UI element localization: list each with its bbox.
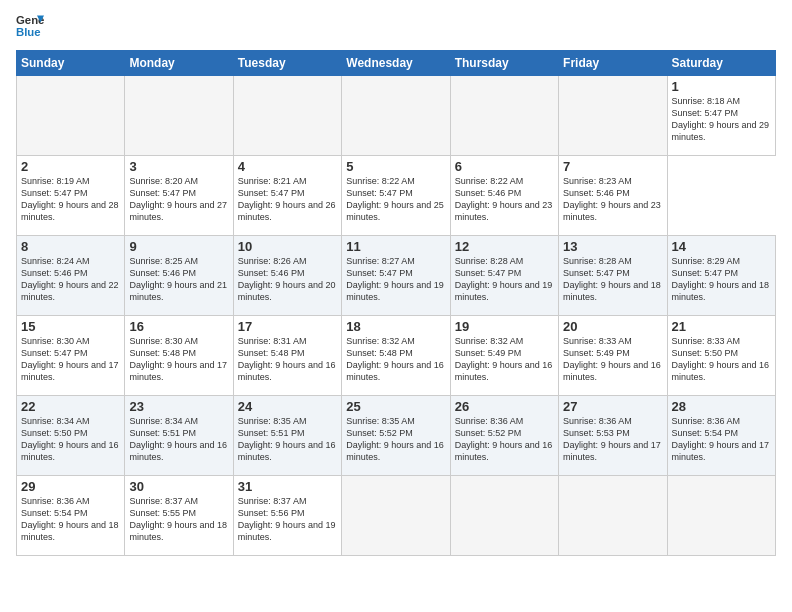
day-cell-21: 21Sunrise: 8:33 AM Sunset: 5:50 PM Dayli… [667,316,775,396]
logo: General Blue [16,12,48,40]
header-sunday: Sunday [17,51,125,76]
day-cell-27: 27Sunrise: 8:36 AM Sunset: 5:53 PM Dayli… [559,396,667,476]
day-cell-8: 8Sunrise: 8:24 AM Sunset: 5:46 PM Daylig… [17,236,125,316]
header-friday: Friday [559,51,667,76]
empty-cell [559,76,667,156]
empty-cell [667,476,775,556]
day-cell-12: 12Sunrise: 8:28 AM Sunset: 5:47 PM Dayli… [450,236,558,316]
header-tuesday: Tuesday [233,51,341,76]
day-cell-17: 17Sunrise: 8:31 AM Sunset: 5:48 PM Dayli… [233,316,341,396]
page-container: General Blue SundayMondayTuesdayWednesda… [0,0,792,568]
logo-icon: General Blue [16,12,44,40]
empty-cell [559,476,667,556]
day-cell-10: 10Sunrise: 8:26 AM Sunset: 5:46 PM Dayli… [233,236,341,316]
empty-cell [342,76,450,156]
day-cell-30: 30Sunrise: 8:37 AM Sunset: 5:55 PM Dayli… [125,476,233,556]
empty-cell [125,76,233,156]
day-cell-22: 22Sunrise: 8:34 AM Sunset: 5:50 PM Dayli… [17,396,125,476]
day-cell-2: 2Sunrise: 8:19 AM Sunset: 5:47 PM Daylig… [17,156,125,236]
day-cell-24: 24Sunrise: 8:35 AM Sunset: 5:51 PM Dayli… [233,396,341,476]
header-row: SundayMondayTuesdayWednesdayThursdayFrid… [17,51,776,76]
day-cell-1: 1Sunrise: 8:18 AM Sunset: 5:47 PM Daylig… [667,76,775,156]
day-cell-4: 4Sunrise: 8:21 AM Sunset: 5:47 PM Daylig… [233,156,341,236]
calendar-week-4: 15Sunrise: 8:30 AM Sunset: 5:47 PM Dayli… [17,316,776,396]
day-cell-29: 29Sunrise: 8:36 AM Sunset: 5:54 PM Dayli… [17,476,125,556]
calendar-table: SundayMondayTuesdayWednesdayThursdayFrid… [16,50,776,556]
day-cell-11: 11Sunrise: 8:27 AM Sunset: 5:47 PM Dayli… [342,236,450,316]
day-cell-9: 9Sunrise: 8:25 AM Sunset: 5:46 PM Daylig… [125,236,233,316]
calendar-week-3: 8Sunrise: 8:24 AM Sunset: 5:46 PM Daylig… [17,236,776,316]
day-cell-25: 25Sunrise: 8:35 AM Sunset: 5:52 PM Dayli… [342,396,450,476]
day-cell-26: 26Sunrise: 8:36 AM Sunset: 5:52 PM Dayli… [450,396,558,476]
empty-cell [450,476,558,556]
day-cell-19: 19Sunrise: 8:32 AM Sunset: 5:49 PM Dayli… [450,316,558,396]
day-cell-20: 20Sunrise: 8:33 AM Sunset: 5:49 PM Dayli… [559,316,667,396]
header: General Blue [16,12,776,40]
day-cell-18: 18Sunrise: 8:32 AM Sunset: 5:48 PM Dayli… [342,316,450,396]
header-thursday: Thursday [450,51,558,76]
day-cell-13: 13Sunrise: 8:28 AM Sunset: 5:47 PM Dayli… [559,236,667,316]
svg-text:Blue: Blue [16,26,41,38]
header-monday: Monday [125,51,233,76]
day-cell-7: 7Sunrise: 8:23 AM Sunset: 5:46 PM Daylig… [559,156,667,236]
day-cell-16: 16Sunrise: 8:30 AM Sunset: 5:48 PM Dayli… [125,316,233,396]
empty-cell [450,76,558,156]
calendar-week-2: 2Sunrise: 8:19 AM Sunset: 5:47 PM Daylig… [17,156,776,236]
day-cell-23: 23Sunrise: 8:34 AM Sunset: 5:51 PM Dayli… [125,396,233,476]
empty-cell [342,476,450,556]
header-wednesday: Wednesday [342,51,450,76]
empty-cell [17,76,125,156]
day-cell-6: 6Sunrise: 8:22 AM Sunset: 5:46 PM Daylig… [450,156,558,236]
empty-cell [233,76,341,156]
day-cell-28: 28Sunrise: 8:36 AM Sunset: 5:54 PM Dayli… [667,396,775,476]
day-cell-31: 31Sunrise: 8:37 AM Sunset: 5:56 PM Dayli… [233,476,341,556]
day-cell-5: 5Sunrise: 8:22 AM Sunset: 5:47 PM Daylig… [342,156,450,236]
header-saturday: Saturday [667,51,775,76]
calendar-week-6: 29Sunrise: 8:36 AM Sunset: 5:54 PM Dayli… [17,476,776,556]
calendar-week-5: 22Sunrise: 8:34 AM Sunset: 5:50 PM Dayli… [17,396,776,476]
day-cell-3: 3Sunrise: 8:20 AM Sunset: 5:47 PM Daylig… [125,156,233,236]
day-cell-14: 14Sunrise: 8:29 AM Sunset: 5:47 PM Dayli… [667,236,775,316]
day-cell-15: 15Sunrise: 8:30 AM Sunset: 5:47 PM Dayli… [17,316,125,396]
calendar-week-1: 1Sunrise: 8:18 AM Sunset: 5:47 PM Daylig… [17,76,776,156]
